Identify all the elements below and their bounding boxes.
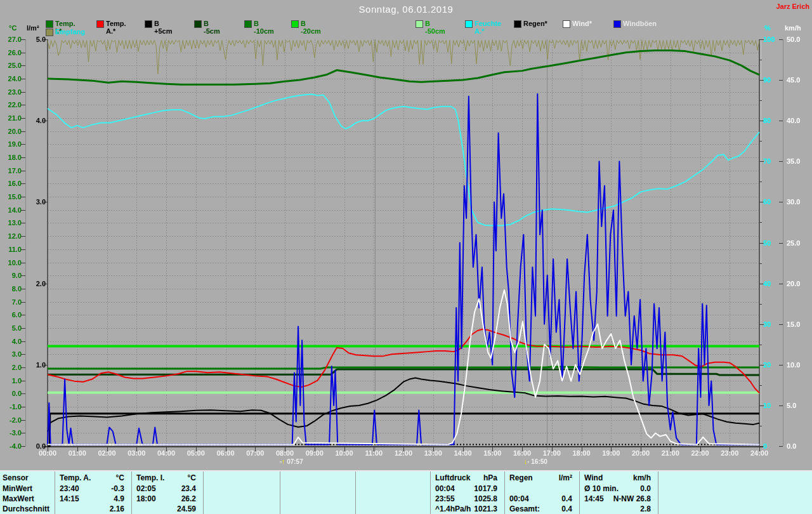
- celsius-tick-label: 2.0: [3, 364, 22, 371]
- legend-label: B +5cm: [154, 20, 172, 35]
- table-unit-temp-i: °C: [133, 473, 196, 482]
- celsius-tick-label: 23.0: [3, 89, 22, 96]
- time-tick-label: 02:00: [93, 449, 121, 457]
- windspeed-tick-label: 35.0: [787, 158, 808, 165]
- legend-swatch-icon: [514, 20, 521, 28]
- time-tick-label: 12:00: [390, 449, 417, 457]
- table-cell-temp-a-value: 2.16: [56, 504, 124, 513]
- celsius-tick-label: 4.0: [3, 338, 22, 345]
- rain-tick-label: 5.0: [29, 36, 46, 43]
- sunset-time: 16:50: [531, 458, 547, 465]
- celsius-tick-label: 8.0: [3, 286, 22, 293]
- celsius-tick-label: 22.0: [3, 102, 22, 109]
- legend-swatch-icon: [244, 20, 252, 28]
- celsius-tick-label: 17.0: [3, 168, 22, 175]
- time-tick-label: 16:00: [508, 449, 536, 457]
- legend-swatch-icon: [465, 20, 473, 28]
- humidity-tick-label: 10: [763, 402, 780, 409]
- legend-label: B -20cm: [301, 20, 321, 35]
- rain-tick-label: 4.0: [29, 117, 46, 124]
- time-tick-label: 06:00: [212, 449, 240, 457]
- windspeed-tick-label: 45.0: [787, 77, 808, 84]
- legend-swatch-icon: [96, 20, 104, 28]
- legend-swatch-icon: [46, 29, 53, 36]
- table-row-label: Sensor: [3, 473, 53, 482]
- celsius-tick-label: 12.0: [3, 233, 22, 240]
- time-tick-label: 01:00: [63, 449, 91, 457]
- page-title: Sonntag, 06.01.2019: [0, 4, 812, 15]
- celsius-tick-label: 27.0: [3, 36, 22, 43]
- time-tick-label: 14:00: [449, 449, 477, 457]
- legend-label: Feuchte A.*: [475, 20, 501, 35]
- table-cell-wind-value: 0.0: [580, 484, 651, 493]
- owner-label: Jarz Erich: [776, 3, 809, 10]
- windspeed-tick-label: 30.0: [787, 199, 808, 206]
- table-row-label: MinWert: [3, 484, 53, 493]
- table-separator: [131, 471, 132, 514]
- table-separator: [280, 471, 280, 514]
- rain-tick-label: 1.0: [29, 362, 46, 369]
- celsius-tick-label: 9.0: [3, 272, 22, 279]
- table-separator: [430, 471, 431, 514]
- celsius-tick-label: -3.0: [3, 430, 22, 437]
- table-unit-wind: km/h: [580, 473, 651, 482]
- time-tick-label: 13:00: [419, 449, 447, 457]
- legend-label: Windböen: [623, 20, 657, 27]
- table-row-label: Durchschnitt: [3, 504, 53, 513]
- time-tick-label: 05:00: [182, 449, 210, 457]
- celsius-tick-label: 24.0: [3, 76, 22, 82]
- time-tick-label: 10:00: [331, 449, 358, 457]
- windspeed-tick-label: 25.0: [787, 240, 808, 247]
- legend-label: B -50cm: [425, 20, 445, 35]
- celsius-tick-label: 14.0: [3, 207, 22, 214]
- table-separator: [203, 471, 204, 514]
- summary-table: SensorMinWertMaxWertDurchschnittTemp. A.…: [0, 470, 812, 514]
- windspeed-tick-label: 20.0: [787, 280, 808, 287]
- time-tick-label: 07:00: [241, 449, 269, 457]
- table-separator: [504, 471, 505, 514]
- celsius-tick-label: -4.0: [3, 443, 22, 450]
- time-tick-label: 03:00: [122, 449, 150, 457]
- time-tick-label: 19:00: [597, 449, 625, 457]
- rain-tick-label: 3.0: [29, 199, 46, 206]
- sunset-marker: ↓▫ 16:50: [524, 458, 547, 465]
- table-unit-regen: l/m²: [506, 473, 572, 482]
- table-separator: [355, 471, 356, 514]
- windspeed-tick-label: 50.0: [787, 36, 808, 43]
- celsius-tick-label: 7.0: [3, 299, 22, 306]
- table-cell-luftdruck-value: 1025.8: [431, 494, 497, 503]
- time-tick-label: 21:00: [657, 449, 684, 457]
- celsius-tick-label: 1.0: [3, 378, 22, 385]
- time-tick-label: 09:00: [301, 449, 329, 457]
- table-cell-temp-i-value: 23.4: [133, 484, 196, 493]
- celsius-tick-label: 16.0: [3, 180, 22, 187]
- humidity-tick-label: 70: [763, 158, 780, 165]
- legend-label: Temp. A.*: [106, 20, 126, 35]
- table-cell-temp-i-value: 24.59: [133, 504, 196, 513]
- celsius-tick-label: 10.0: [3, 260, 22, 267]
- sunrise-icon: ↑: [282, 458, 285, 465]
- table-separator: [658, 471, 658, 514]
- celsius-tick-label: 11.0: [3, 246, 22, 253]
- windspeed-tick-label: 5.0: [787, 402, 808, 409]
- sunrise-marker: ▫↑ 07:57: [280, 458, 303, 465]
- celsius-tick-label: 3.0: [3, 351, 22, 358]
- rain-axis-unit: l/m²: [27, 24, 39, 32]
- table-cell-wind-value: N-NW 26.8: [580, 494, 651, 503]
- celsius-tick-label: 21.0: [3, 115, 22, 122]
- table-unit-luftdruck: hPa: [431, 473, 497, 482]
- legend-swatch-icon: [194, 20, 202, 28]
- celsius-tick-label: 13.0: [3, 220, 22, 227]
- celsius-tick-label: -1.0: [3, 404, 22, 411]
- celsius-tick-label: 6.0: [3, 312, 22, 319]
- sun-dot-icon: ▫: [527, 459, 529, 465]
- celsius-axis-unit: °C: [9, 24, 16, 32]
- humidity-tick-label: 20: [763, 362, 780, 369]
- humidity-tick-label: 60: [763, 199, 780, 206]
- windspeed-tick-label: 15.0: [787, 321, 808, 328]
- legend-label: Regen*: [523, 20, 547, 27]
- celsius-tick-label: 15.0: [3, 194, 22, 201]
- table-cell-regen-value: 0.4: [506, 504, 572, 513]
- chart-canvas: [0, 0, 812, 473]
- legend-swatch-icon: [416, 20, 423, 28]
